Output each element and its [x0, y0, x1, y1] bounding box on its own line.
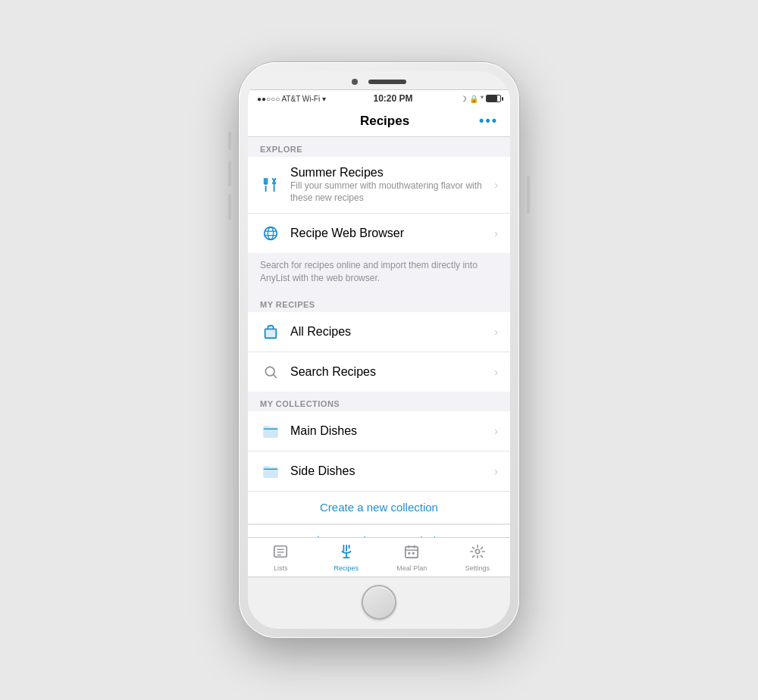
- search-recipes-title: Search Recipes: [290, 365, 488, 379]
- recipes-icon: [338, 544, 355, 563]
- explore-section-header: EXPLORE: [248, 137, 510, 157]
- lock-icon: 🔒: [469, 95, 478, 103]
- app-screen: ●●○○○ AT&T Wi-Fi ▾ 10:20 PM ☽ 🔒 * Recipe…: [248, 89, 510, 577]
- svg-rect-27: [412, 552, 415, 555]
- chevron-right-icon: ›: [494, 179, 498, 191]
- summer-recipes-title: Summer Recipes: [290, 166, 488, 180]
- svg-point-28: [475, 549, 479, 553]
- share-recipes-button[interactable]: Share Recipes & Meal Plan: [248, 525, 510, 537]
- folder-icon-main: [260, 420, 281, 442]
- search-recipes-item[interactable]: Search Recipes ›: [248, 352, 510, 392]
- chevron-right-icon-6: ›: [494, 465, 498, 477]
- svg-point-5: [265, 227, 277, 240]
- lists-icon: [272, 544, 289, 563]
- status-bar: ●●○○○ AT&T Wi-Fi ▾ 10:20 PM ☽ 🔒 *: [248, 90, 510, 107]
- web-browser-description: Search for recipes online and import the…: [248, 253, 510, 292]
- content-area: EXPLORE: [248, 137, 510, 537]
- my-recipes-list: All Recipes › Search Rec: [248, 312, 510, 392]
- clock: 10:20 PM: [374, 93, 413, 104]
- lists-label: Lists: [274, 564, 288, 572]
- my-collections-section-header: MY COLLECTIONS: [248, 392, 510, 411]
- volume-down-button[interactable]: [228, 194, 231, 220]
- main-dishes-title: Main Dishes: [290, 424, 488, 438]
- tab-recipes[interactable]: Recipes: [314, 541, 380, 575]
- speaker-icon: [368, 80, 406, 84]
- side-dishes-title: Side Dishes: [290, 464, 488, 478]
- bluetooth-icon: *: [481, 95, 484, 103]
- tab-meal-plan[interactable]: Meal Plan: [379, 541, 445, 575]
- recipe-web-browser-title: Recipe Web Browser: [290, 227, 488, 240]
- svg-point-6: [268, 227, 273, 240]
- svg-rect-22: [406, 547, 418, 558]
- recipes-label: Recipes: [334, 564, 359, 572]
- create-collection-label: Create a new collection: [320, 501, 438, 514]
- camera-icon: [352, 79, 358, 85]
- status-icons: ☽ 🔒 *: [460, 95, 501, 103]
- globe-icon: [260, 223, 281, 244]
- create-collection-button[interactable]: Create a new collection: [248, 491, 510, 524]
- nav-header: Recipes •••: [248, 107, 510, 137]
- meal-plan-icon: [403, 544, 420, 563]
- bottom-bar: [248, 577, 510, 629]
- explore-list: Summer Recipes Fill your summer with mou…: [248, 157, 510, 253]
- all-recipes-content: All Recipes: [290, 325, 488, 339]
- page-title: Recipes: [290, 114, 479, 129]
- settings-label: Settings: [465, 564, 490, 572]
- mute-button[interactable]: [228, 132, 231, 150]
- chevron-right-icon-3: ›: [494, 326, 498, 338]
- search-recipes-content: Search Recipes: [290, 365, 488, 379]
- tab-lists[interactable]: Lists: [248, 541, 314, 575]
- search-icon: [260, 361, 281, 383]
- meal-plan-label: Meal Plan: [396, 564, 427, 572]
- share-section: Share Recipes & Meal Plan Signed in as a…: [248, 524, 510, 537]
- all-recipes-title: All Recipes: [290, 325, 488, 339]
- carrier-info: ●●○○○ AT&T Wi-Fi ▾: [257, 95, 326, 103]
- recipes-box-icon: [260, 321, 281, 342]
- chevron-right-icon-4: ›: [494, 366, 498, 378]
- tab-bar: Lists Recipes: [248, 537, 510, 577]
- all-recipes-item[interactable]: All Recipes ›: [248, 312, 510, 352]
- recipe-web-browser-content: Recipe Web Browser: [290, 227, 488, 240]
- svg-line-12: [274, 375, 277, 378]
- svg-rect-26: [409, 552, 411, 555]
- volume-up-button[interactable]: [228, 161, 231, 186]
- my-recipes-section-header: MY RECIPES: [248, 292, 510, 312]
- chevron-right-icon-5: ›: [494, 425, 498, 437]
- phone-screen: ●●○○○ AT&T Wi-Fi ▾ 10:20 PM ☽ 🔒 * Recipe…: [248, 71, 510, 629]
- home-button[interactable]: [362, 585, 396, 620]
- summer-recipes-subtitle: Fill your summer with mouthwatering flav…: [290, 180, 488, 204]
- side-dishes-content: Side Dishes: [290, 464, 488, 478]
- battery-icon: [486, 95, 501, 102]
- chevron-right-icon-2: ›: [494, 227, 498, 239]
- fork-knife-icon: [260, 174, 281, 195]
- phone-frame: ●●○○○ AT&T Wi-Fi ▾ 10:20 PM ☽ 🔒 * Recipe…: [239, 62, 519, 638]
- svg-rect-9: [265, 329, 277, 338]
- side-dishes-item[interactable]: Side Dishes ›: [248, 452, 510, 491]
- tab-settings[interactable]: Settings: [445, 541, 511, 575]
- moon-icon: ☽: [460, 95, 467, 103]
- more-button[interactable]: •••: [479, 113, 498, 129]
- main-dishes-item[interactable]: Main Dishes ›: [248, 411, 510, 452]
- recipe-web-browser-item[interactable]: Recipe Web Browser ›: [248, 214, 510, 253]
- folder-icon-side: [260, 461, 281, 482]
- my-collections-list: Main Dishes › Side Dishe: [248, 411, 510, 491]
- main-dishes-content: Main Dishes: [290, 424, 488, 438]
- settings-icon: [469, 544, 486, 563]
- top-bar: [248, 71, 510, 89]
- power-button[interactable]: [527, 176, 530, 214]
- summer-recipes-item[interactable]: Summer Recipes Fill your summer with mou…: [248, 157, 510, 214]
- summer-recipes-content: Summer Recipes Fill your summer with mou…: [290, 166, 488, 204]
